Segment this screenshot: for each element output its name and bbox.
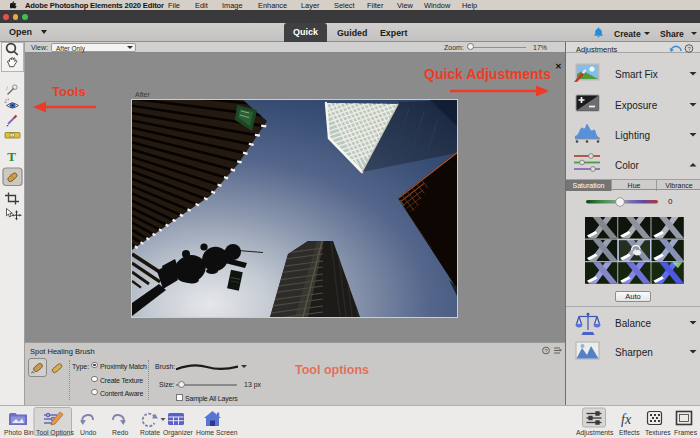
svg-text:?: ? — [545, 348, 548, 354]
svg-text:fx: fx — [621, 412, 632, 427]
svg-text:T: T — [7, 149, 16, 164]
